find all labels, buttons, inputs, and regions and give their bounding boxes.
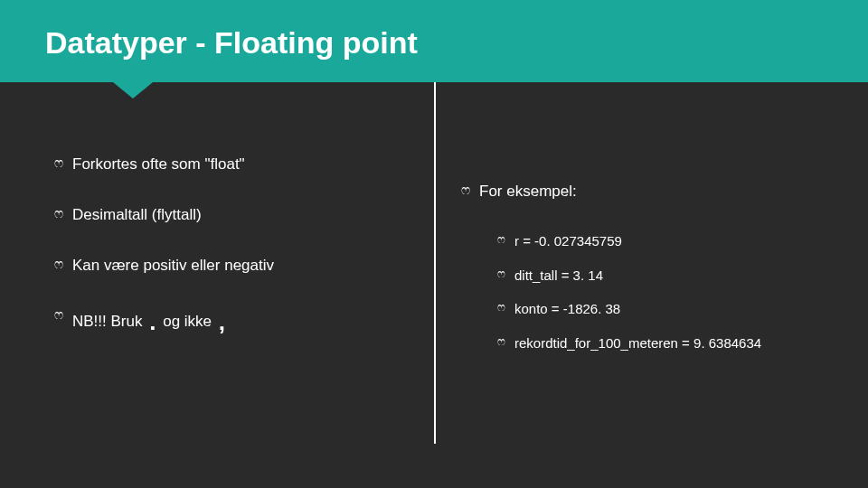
example-text: rekordtid_for_100_meteren = 9. 6384634 (514, 334, 761, 352)
bullet-icon: ෆ (54, 306, 63, 324)
example-heading: For eksempel: (479, 182, 577, 202)
example-sublist: ෆ r = -0. 027345759 ෆ ditt_tall = 3. 14 … (497, 232, 850, 352)
list-item: ෆ Kan være positiv eller negativ (54, 256, 416, 276)
bullet-icon: ෆ (497, 267, 505, 282)
example-text: ditt_tall = 3. 14 (514, 267, 603, 285)
list-item: ෆ ditt_tall = 3. 14 (497, 267, 850, 285)
list-item-text: Forkortes ofte som "float" (72, 155, 245, 174)
list-item: ෆ Forkortes ofte som "float" (54, 155, 416, 174)
list-item-text: Desimaltall (flyttall) (72, 205, 202, 225)
right-column: ෆ For eksempel: ෆ r = -0. 027345759 ෆ di… (461, 182, 850, 368)
dot-symbol: . (146, 308, 158, 335)
vertical-divider (434, 82, 436, 444)
nb-prefix: NB!!! Bruk (72, 313, 142, 330)
bullet-icon: ෆ (54, 256, 63, 274)
example-text: r = -0. 027345759 (514, 232, 622, 250)
slide-header: Datatyper - Floating point (0, 0, 868, 82)
nb-text: NB!!! Bruk . og ikke , (72, 306, 228, 332)
list-item: ෆ rekordtid_for_100_meteren = 9. 6384634 (497, 334, 850, 352)
slide-title: Datatyper - Floating point (45, 25, 823, 61)
bullet-icon: ෆ (497, 300, 505, 315)
bullet-icon: ෆ (54, 155, 63, 173)
bullet-icon: ෆ (497, 334, 505, 350)
list-item: ෆ Desimaltall (flyttall) (54, 205, 416, 225)
left-column: ෆ Forkortes ofte som "float" ෆ Desimalta… (54, 155, 416, 362)
comma-symbol: , (216, 308, 228, 335)
list-item: ෆ NB!!! Bruk . og ikke , (54, 306, 416, 332)
bullet-icon: ෆ (54, 205, 63, 223)
bullet-icon: ෆ (497, 232, 505, 248)
list-item: ෆ konto = -1826. 38 (497, 300, 850, 318)
list-item: ෆ r = -0. 027345759 (497, 232, 850, 250)
example-text: konto = -1826. 38 (514, 300, 620, 318)
slide-body: ෆ Forkortes ofte som "float" ෆ Desimalta… (0, 82, 868, 480)
nb-mid: og ikke (163, 313, 212, 330)
bullet-icon: ෆ (461, 182, 470, 200)
list-item-text: Kan være positiv eller negativ (72, 256, 274, 276)
list-item: ෆ For eksempel: (461, 182, 850, 202)
